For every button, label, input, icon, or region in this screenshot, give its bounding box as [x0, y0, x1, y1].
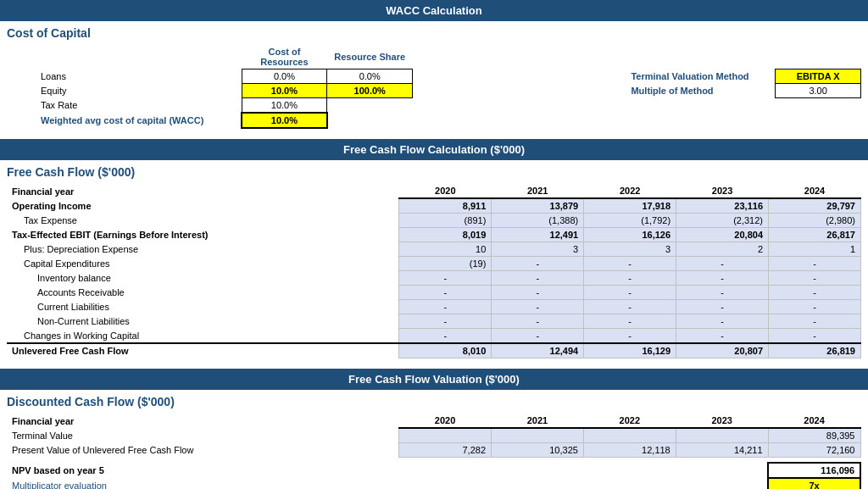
taxrate-value[interactable]: 10.0% [242, 98, 327, 114]
fcf-cl-label: Current Liabilities [7, 300, 399, 314]
dcf-mult-empty-2023 [676, 478, 768, 490]
fcf-ar-2024: - [769, 286, 861, 300]
terminal-value-cell[interactable]: EBITDA X [776, 69, 861, 84]
fcf-inventory-label: Inventory balance [7, 271, 399, 286]
fcf-depreciation-row: Plus: Depreciation Expense 10 3 3 2 1 [7, 242, 861, 257]
loans-share[interactable]: 0.0% [327, 69, 413, 84]
fcf-wc-2020: - [399, 329, 492, 344]
wacc-table: Cost of Resources Resource Share Loans 0… [7, 45, 861, 129]
fcf-wc-row: Changes in Working Capital - - - - - [7, 329, 861, 344]
dcf-mult-empty-2020 [399, 478, 492, 490]
fcf-capex-2021: - [492, 257, 584, 271]
fcf-wc-label: Changes in Working Capital [7, 329, 399, 344]
dcf-pv-row: Present Value of Unlevered Free Cash Flo… [7, 443, 860, 458]
dcf-npv-value: 116,096 [768, 463, 860, 478]
fcf-dep-2024: 1 [769, 242, 861, 257]
dcf-year-2022: 2022 [583, 414, 676, 428]
wacc-header: WACC Calculation [0, 0, 868, 21]
fcf-ufcf-row: Unlevered Free Cash Flow 8,010 12,494 16… [7, 343, 861, 358]
fcf-wc-2024: - [769, 329, 861, 344]
equity-share[interactable]: 100.0% [327, 84, 413, 98]
dcf-npv-label: NPV based on year 5 [7, 463, 399, 478]
fcf-ufcf-label: Unlevered Free Cash Flow [7, 343, 399, 358]
fcf-wc-2022: - [584, 329, 676, 344]
fcf-capex-row: Capital Expenditures (19) - - - - [7, 257, 861, 271]
fcf-te-2020: (891) [399, 214, 492, 228]
dcf-year-2020: 2020 [399, 414, 492, 428]
fcf-ufcf-2024: 26,819 [769, 343, 861, 358]
fcf-dep-2020: 10 [399, 242, 492, 257]
fcf-ufcf-2022: 16,129 [584, 343, 676, 358]
fcf-dep-2023: 2 [676, 242, 769, 257]
dcf-table: Financial year 2020 2021 2022 2023 2024 … [7, 414, 861, 489]
multiple-label: Multiple of Method [626, 84, 775, 98]
fcf-ar-2020: - [399, 286, 492, 300]
fcf-ncl-row: Non-Current Liabilities - - - - - [7, 314, 861, 329]
fcf-ebit-2020: 8,019 [399, 228, 492, 242]
fcf-ufcf-2020: 8,010 [399, 343, 492, 358]
wacc-equity-row: Equity 10.0% 100.0% Multiple of Method 3… [7, 84, 861, 98]
fcf-table: Financial year 2020 2021 2022 2023 2024 … [7, 184, 861, 358]
taxrate-label: Tax Rate [7, 98, 242, 114]
wacc-loans-row: Loans 0.0% 0.0% Terminal Valuation Metho… [7, 69, 861, 84]
dcf-tv-2024: 89,395 [768, 428, 860, 443]
dcf-tv-2023 [676, 428, 768, 443]
dcf-npv-empty-2020 [399, 463, 492, 478]
dcf-npv-label-row: NPV based on year 5 116,096 [7, 463, 860, 478]
wacc-label: Weighted avg cost of capital (WACC) [7, 113, 242, 128]
fcf-ebit-2023: 20,804 [676, 228, 769, 242]
dcf-mult-empty-2021 [492, 478, 584, 490]
fcf-cl-row: Current Liabilities - - - - - [7, 300, 861, 314]
dcf-year-2023: 2023 [676, 414, 768, 428]
fcf-capex-2020: (19) [399, 257, 492, 271]
dcf-mult-value[interactable]: 7x [768, 478, 860, 490]
multiple-value-cell[interactable]: 3.00 [776, 84, 861, 98]
fcf-ncl-label: Non-Current Liabilities [7, 314, 399, 329]
fcf-ufcf-2023: 20,807 [676, 343, 769, 358]
fcf-year-2024: 2024 [769, 184, 861, 198]
fcf-ebit-row: Tax-Effected EBIT (Earnings Before Inter… [7, 228, 861, 242]
equity-cost[interactable]: 10.0% [242, 84, 327, 98]
fcf-ar-2023: - [676, 286, 769, 300]
fcf-te-2022: (1,792) [584, 214, 676, 228]
dcf-pv-2023: 14,211 [676, 443, 768, 458]
dcf-tv-2022 [583, 428, 676, 443]
fcf-inv-2023: - [676, 271, 769, 286]
fcf-ebit-2022: 16,126 [584, 228, 676, 242]
fcf-te-2023: (2,312) [676, 214, 769, 228]
fcf-wc-2021: - [492, 329, 584, 344]
dcf-terminal-label: Terminal Value [7, 428, 399, 443]
fcf-cl-2020: - [399, 300, 492, 314]
loans-cost[interactable]: 0.0% [242, 69, 327, 84]
dcf-year-2021: 2021 [492, 414, 584, 428]
dcf-mult-empty-2022 [583, 478, 676, 490]
fcf-cl-2023: - [676, 300, 769, 314]
fcf-cl-2021: - [492, 300, 584, 314]
loans-label: Loans [7, 69, 242, 84]
dcf-terminal-row: Terminal Value 89,395 [7, 428, 860, 443]
fcf-operating-income-row: Operating Income 8,911 13,879 17,918 23,… [7, 198, 861, 214]
valuation-header: Free Cash Flow Valuation ($'000) [0, 369, 868, 390]
dcf-pv-2021: 10,325 [492, 443, 584, 458]
fcf-ar-label: Accounts Receivable [7, 286, 399, 300]
fcf-capex-2022: - [584, 257, 676, 271]
fcf-capex-2024: - [769, 257, 861, 271]
fcf-tax-expense-row: Tax Expense (891) (1,388) (1,792) (2,312… [7, 214, 861, 228]
fcf-header: Free Cash Flow Calculation ($'000) [0, 139, 868, 160]
fcf-tax-expense-label: Tax Expense [7, 214, 399, 228]
fcf-ncl-2021: - [492, 314, 584, 329]
fcf-ar-2022: - [584, 286, 676, 300]
wacc-result-row: Weighted avg cost of capital (WACC) 10.0… [7, 113, 861, 128]
fcf-capex-2023: - [676, 257, 769, 271]
dcf-npv-empty-2022 [583, 463, 676, 478]
fcf-operating-income-label: Operating Income [7, 198, 399, 214]
dcf-year-label: Financial year [7, 414, 399, 428]
fcf-year-2021: 2021 [492, 184, 584, 198]
fcf-year-2022: 2022 [584, 184, 676, 198]
fcf-year-header-row: Financial year 2020 2021 2022 2023 2024 [7, 184, 861, 198]
fcf-year-2023: 2023 [676, 184, 769, 198]
fcf-te-2021: (1,388) [492, 214, 584, 228]
dcf-title: Discounted Cash Flow ($'000) [0, 390, 868, 410]
dcf-mult-row: Multiplicator evaluation 7x [7, 478, 860, 490]
fcf-oi-2024: 29,797 [769, 198, 861, 214]
